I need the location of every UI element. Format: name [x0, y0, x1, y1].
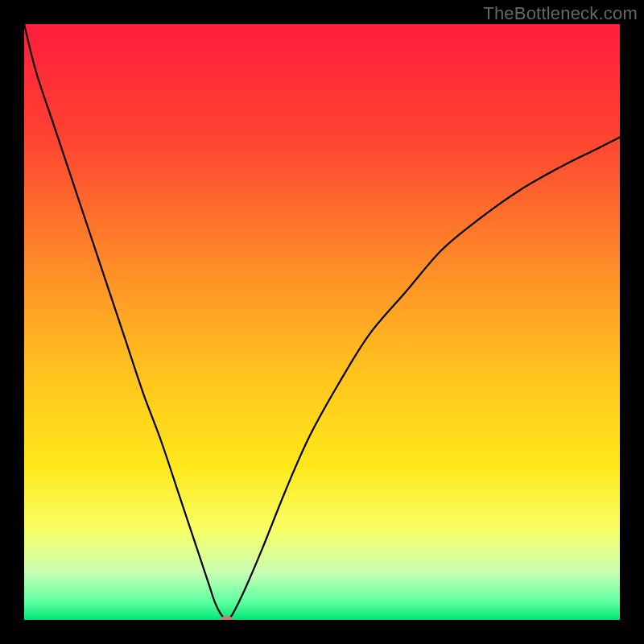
chart-frame: TheBottleneck.com — [0, 0, 644, 644]
plot-svg — [24, 24, 620, 620]
gradient-background — [24, 24, 620, 620]
plot-area — [24, 24, 620, 620]
watermark-text: TheBottleneck.com — [483, 3, 638, 24]
